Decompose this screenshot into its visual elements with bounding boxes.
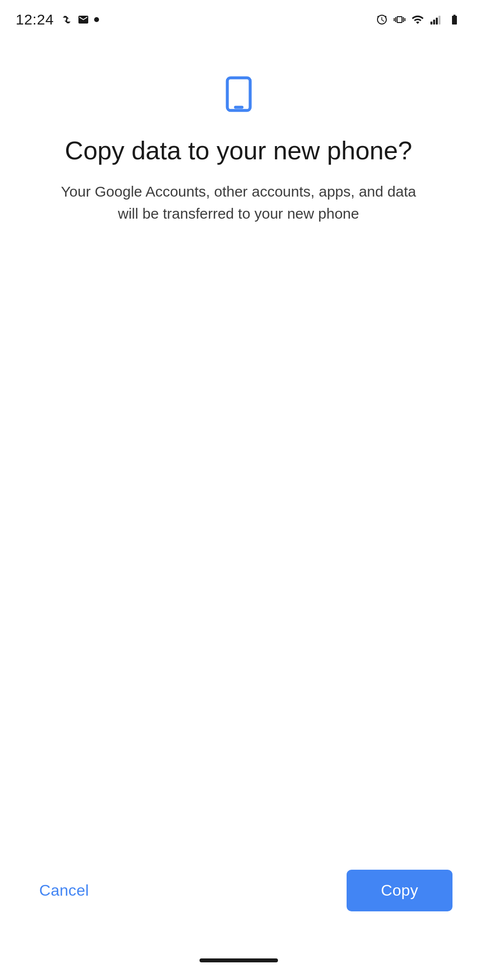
signal-icon: [430, 14, 442, 25]
main-content: Copy data to your new phone? Your Google…: [0, 35, 477, 462]
status-time: 12:24: [16, 11, 54, 28]
svg-rect-1: [433, 20, 435, 25]
phone-icon-container: [219, 75, 258, 116]
svg-rect-0: [430, 22, 432, 25]
page-title: Copy data to your new phone?: [65, 135, 412, 166]
arrows-icon: [61, 14, 73, 25]
svg-rect-4: [227, 78, 250, 111]
copy-button[interactable]: Copy: [347, 870, 452, 911]
battery-icon: [448, 14, 461, 25]
nav-bar: [0, 951, 477, 980]
status-bar: 12:24: [0, 0, 477, 35]
bottom-action-area: Cancel Copy: [0, 850, 477, 951]
vibrate-icon: [394, 14, 405, 25]
status-bar-left: 12:24: [16, 11, 99, 28]
alarm-icon: [376, 14, 388, 25]
phone-icon: [219, 107, 258, 115]
notification-dot: [94, 17, 99, 22]
status-bar-right: [376, 13, 461, 26]
nav-indicator: [200, 958, 278, 962]
status-icons-left: [61, 14, 99, 25]
mail-icon: [77, 14, 89, 25]
page-description: Your Google Accounts, other accounts, ap…: [52, 180, 425, 225]
spacer: [0, 462, 477, 850]
cancel-button[interactable]: Cancel: [25, 872, 103, 909]
svg-rect-2: [436, 18, 438, 25]
wifi-icon: [411, 13, 424, 26]
svg-rect-3: [439, 16, 441, 25]
